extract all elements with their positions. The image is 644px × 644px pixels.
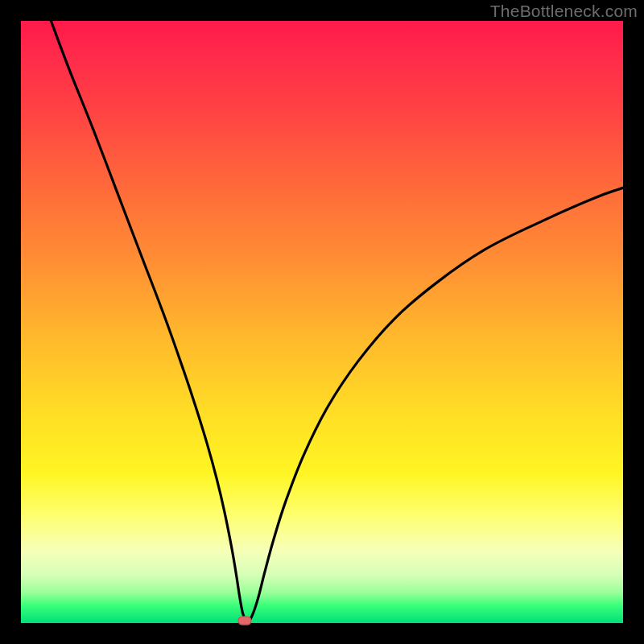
watermark-text: TheBottleneck.com (490, 2, 638, 21)
plot-area (21, 21, 623, 623)
optimal-point-marker (238, 617, 252, 625)
chart-frame: TheBottleneck.com (0, 0, 644, 644)
curve-path (51, 21, 623, 621)
bottleneck-curve (21, 21, 623, 623)
